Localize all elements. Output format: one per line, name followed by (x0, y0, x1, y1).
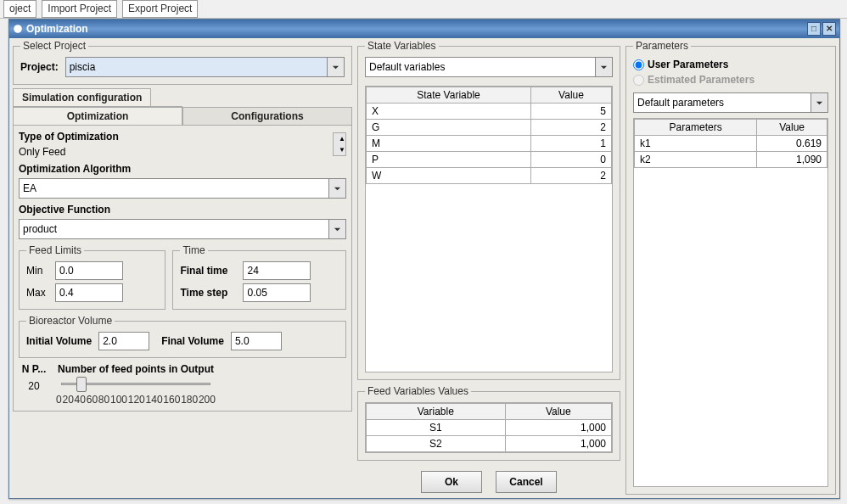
radio-user-input[interactable] (633, 59, 644, 70)
optimization-window: Optimization □ ✕ Select Project Project:… (8, 19, 840, 499)
app-toolbar: oject Import Project Export Project (0, 0, 847, 19)
state-variables-group: State Variables State Variable Value X5G… (357, 40, 620, 380)
param-header-name: Parameters (635, 120, 757, 136)
export-project-toolbar-btn[interactable]: Export Project (122, 0, 198, 18)
final-volume-input[interactable] (231, 332, 282, 350)
objfn-combo-input[interactable] (19, 219, 329, 239)
sim-config-label: Simulation configuration (13, 88, 151, 106)
table-row[interactable]: S11,000 (367, 420, 612, 436)
bioreactor-group: Bioreactor Volume Initial Volume Final V… (19, 315, 346, 358)
feed-max-label: Max (26, 287, 48, 299)
ok-button[interactable]: Ok (421, 471, 482, 493)
window-title: Optimization (26, 23, 88, 35)
final-time-input[interactable] (243, 261, 311, 280)
fv-header-name: Variable (367, 404, 506, 420)
initial-volume-input[interactable] (98, 332, 149, 350)
feed-limits-group: Feed Limits Min Max (19, 244, 165, 310)
parameters-table: Parameters Value k10.619k21,090 (634, 119, 827, 168)
state-variables-legend: State Variables (365, 40, 439, 52)
algo-label: Optimization Algorithm (19, 163, 131, 175)
npoints-short-label: N P... (22, 363, 46, 375)
chevron-down-icon[interactable] (329, 178, 346, 199)
table-row[interactable]: M1 (367, 136, 612, 152)
project-combo[interactable] (65, 57, 345, 77)
npoints-caption: Number of feed points in Output (58, 363, 214, 375)
chevron-down-icon[interactable] (596, 57, 613, 77)
slider-knob-icon[interactable] (76, 377, 87, 392)
final-volume-label: Final Volume (161, 335, 224, 347)
time-group: Time Final time Time step (172, 244, 346, 310)
type-opt-spinner[interactable]: ▲ ▼ (333, 132, 346, 156)
algo-combo-input[interactable] (19, 178, 329, 199)
algo-combo[interactable] (19, 178, 346, 199)
window-close-button[interactable]: ✕ (822, 22, 836, 36)
chevron-down-icon[interactable] (329, 219, 346, 239)
chevron-down-icon[interactable] (328, 57, 345, 77)
dialog-button-row: Ok Cancel (357, 466, 620, 495)
table-row[interactable]: X5 (367, 104, 612, 120)
state-variables-table-wrap: State Variable Value X5G2M1P0W2 (365, 86, 613, 372)
table-row[interactable]: k10.619 (635, 136, 827, 152)
time-legend: Time (180, 244, 207, 256)
radio-user-parameters[interactable]: User Parameters (633, 57, 828, 72)
type-of-optimization-value: Only Feed (19, 146, 65, 158)
state-variables-combo-input[interactable] (365, 57, 596, 77)
objfn-combo[interactable] (19, 219, 346, 239)
import-project-toolbar-btn[interactable]: Import Project (42, 0, 117, 18)
feed-min-label: Min (26, 265, 48, 277)
radio-est-input[interactable] (633, 75, 644, 86)
time-step-label: Time step (180, 287, 236, 299)
feed-limits-legend: Feed Limits (26, 244, 84, 256)
fv-header-value: Value (505, 404, 611, 420)
radio-est-label: Estimated Parameters (648, 74, 754, 86)
feed-min-input[interactable] (55, 261, 123, 280)
sv-header-value: Value (531, 87, 612, 104)
spinner-up-icon[interactable]: ▲ (334, 133, 345, 144)
window-icon (13, 24, 23, 34)
window-titlebar[interactable]: Optimization □ ✕ (9, 20, 839, 38)
state-variables-table: State Variable Value X5G2M1P0W2 (366, 87, 612, 184)
table-row[interactable]: W2 (367, 168, 612, 184)
param-header-value: Value (757, 120, 827, 136)
npoints-ticks: 0 20 40 60 80 100 120 140 160 180 200 (56, 394, 216, 406)
cancel-button[interactable]: Cancel (496, 471, 557, 493)
bioreactor-legend: Bioreactor Volume (26, 315, 115, 327)
select-project-legend: Select Project (20, 40, 88, 52)
optimization-panel: Type of Optimization Only Feed ▲ ▼ Optim… (13, 126, 352, 412)
final-time-label: Final time (180, 265, 236, 277)
project-combo-input[interactable] (65, 57, 328, 77)
npoints-slider[interactable] (61, 377, 210, 392)
svg-point-0 (14, 25, 22, 33)
tab-optimization[interactable]: Optimization (13, 107, 182, 125)
feed-max-input[interactable] (55, 283, 123, 302)
type-of-optimization-label: Type of Optimization (19, 131, 119, 143)
chevron-down-icon[interactable] (811, 92, 828, 113)
initial-volume-label: Initial Volume (26, 335, 92, 347)
table-row[interactable]: k21,090 (635, 152, 827, 168)
table-row[interactable]: G2 (367, 120, 612, 136)
feed-variables-legend: Feed Variables Values (365, 385, 471, 397)
parameters-combo-input[interactable] (633, 92, 811, 113)
npoints-value: 20 (28, 380, 39, 392)
radio-estimated-parameters[interactable]: Estimated Parameters (633, 72, 828, 87)
project-label: Project: (20, 61, 59, 73)
parameters-table-wrap: Parameters Value k10.619k21,090 (633, 118, 828, 487)
objfn-label: Objective Function (19, 204, 110, 216)
tab-configurations[interactable]: Configurations (182, 107, 352, 125)
table-row[interactable]: P0 (367, 152, 612, 168)
feed-variables-table: Variable Value S11,000S21,000 (366, 403, 612, 452)
parameters-legend: Parameters (633, 40, 691, 52)
state-variables-combo[interactable] (365, 57, 613, 77)
sv-header-name: State Variable (367, 87, 531, 104)
radio-user-label: User Parameters (648, 59, 728, 70)
project-toolbar-btn[interactable]: oject (3, 0, 36, 18)
parameters-group: Parameters User Parameters Estimated Par… (625, 40, 836, 495)
parameters-combo[interactable] (633, 92, 828, 113)
select-project-group: Select Project Project: (13, 40, 352, 85)
spinner-down-icon[interactable]: ▼ (334, 144, 345, 155)
time-step-input[interactable] (243, 283, 311, 302)
table-row[interactable]: S21,000 (367, 436, 612, 452)
feed-variables-group: Feed Variables Values Variable Value S11… (357, 385, 620, 461)
window-maximize-button[interactable]: □ (807, 22, 821, 36)
